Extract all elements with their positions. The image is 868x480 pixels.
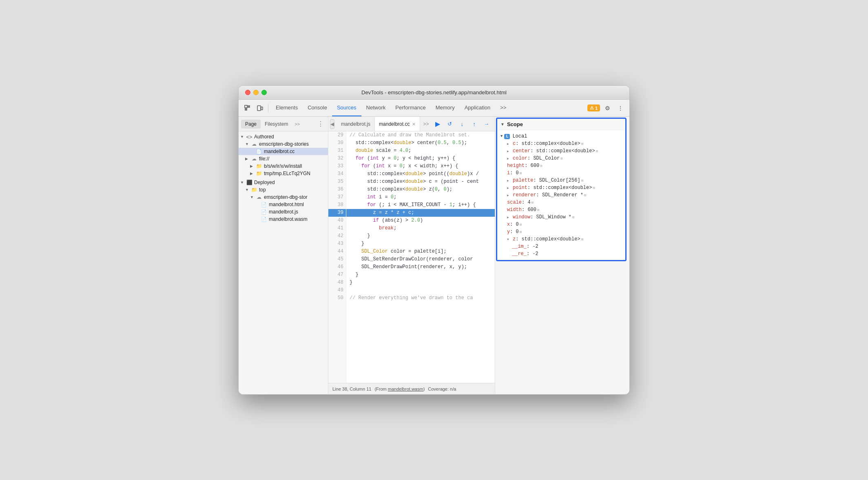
scope-val-y: : 0 <box>510 229 519 235</box>
file-html-icon: 📄 <box>261 202 267 207</box>
tab-memory[interactable]: Memory <box>431 100 460 116</box>
code-line-45: SDL_SetRenderDrawColor(renderer, color <box>346 256 495 263</box>
code-line-44: SDL_Color color = palette[i]; <box>346 248 495 256</box>
code-container: 29 30 31 32 33 34 35 36 37 38 39 40 41 4… <box>328 131 495 383</box>
sidebar-item-mandelbrot-js[interactable]: ▶ 📄 mandelbrot.js <box>239 208 328 216</box>
tab-sources[interactable]: Sources <box>332 100 361 116</box>
warning-badge[interactable]: ⚠ 1 <box>587 104 600 111</box>
sidebar-item-authored[interactable]: ▼ <> Authored <box>239 133 328 140</box>
sidebar-tab-dots[interactable]: ⋮ <box>316 118 326 129</box>
sidebar-item-mandelbrot-html[interactable]: ▶ 📄 mandelbrot.html <box>239 201 328 208</box>
tab-elements[interactable]: Elements <box>271 100 303 116</box>
editor-tab-js-label: mandelbrot.js <box>341 121 370 127</box>
scope-collapse-arrow[interactable]: ▼ <box>500 122 505 127</box>
grid-color-icon: ⊞ <box>560 156 562 161</box>
status-from-file[interactable]: mandelbrot.wasm <box>388 387 423 391</box>
editor-tab-js[interactable]: mandelbrot.js <box>337 117 375 131</box>
scope-key-point: point <box>513 185 527 191</box>
mandelbrot-js-label: mandelbrot.js <box>269 209 298 215</box>
editor-tab-cc[interactable]: mandelbrot.cc × <box>375 117 420 131</box>
warning-icon: ⚠ <box>590 105 594 111</box>
tab-console[interactable]: Console <box>303 100 332 116</box>
expand-window-icon: ▶ <box>507 216 511 219</box>
scope-item-renderer[interactable]: ▶ renderer : SDL_Renderer * ⊞ <box>497 191 625 199</box>
folder-tmp-icon: 📁 <box>256 171 262 176</box>
more-options-button[interactable]: ⋮ <box>615 102 626 114</box>
mandelbrot-wasm-label: mandelbrot.wasm <box>269 216 308 222</box>
status-coverage: Coverage: n/a <box>428 387 456 391</box>
scope-item-point[interactable]: ▶ point : std::complex<double> ⊞ <box>497 184 625 191</box>
grid-x-icon: ⊞ <box>520 222 522 227</box>
expand-z-icon: ▼ <box>507 238 511 241</box>
sidebar-item-emscripten-cloud[interactable]: ▼ ☁ emscripten-dbg-stories <box>239 140 328 148</box>
scope-val-x: : 0 <box>510 222 519 227</box>
code-line-30: std::complex<double> center(0.5, 0.5); <box>346 139 495 147</box>
status-bar: Line 38, Column 11 (From mandelbrot.wasm… <box>328 383 495 394</box>
scope-item-color[interactable]: ▶ color : SDL_Color ⊞ <box>497 155 625 162</box>
editor-tab-more[interactable]: >> <box>420 121 432 127</box>
ln-40: 40 <box>328 217 346 224</box>
tab-application[interactable]: Application <box>460 100 496 116</box>
devtools-window: DevTools - emscripten-dbg-stories.netlif… <box>238 85 630 395</box>
sidebar-item-tmp-folder[interactable]: ▶ 📁 tmp/tmp.ELcTq2YGN <box>239 170 328 177</box>
scope-item-center[interactable]: ▶ center : std::complex<double> ⊞ <box>497 147 625 155</box>
close-button[interactable] <box>245 90 250 95</box>
scope-item-palette[interactable]: ▶ palette : SDL_Color[256] ⊞ <box>497 177 625 184</box>
tree-arrow-file: ▶ <box>245 157 250 161</box>
code-line-35: std::complex<double> c = (point - cent <box>346 178 495 186</box>
grid-renderer-icon: ⊞ <box>584 193 586 198</box>
sidebar-tab-more[interactable]: >> <box>292 120 302 128</box>
sidebar-tab-filesystem[interactable]: Filesystem <box>261 120 292 129</box>
scope-local-arrow: ▼ <box>500 134 503 138</box>
grid-scale-icon: ⊞ <box>531 200 534 205</box>
scope-item-c[interactable]: ▶ c : std::complex<double> ⊞ <box>497 140 625 147</box>
b-folder-label: b/s/w/ir/x/w/install <box>264 163 302 169</box>
step-button[interactable]: → <box>481 119 492 129</box>
sidebar-item-file-proto[interactable]: ▶ ☁ file:// <box>239 155 328 162</box>
sidebar-item-mandelbrot-cc[interactable]: ▶ 📄 mandelbrot.cc <box>239 148 328 155</box>
ln-32: 32 <box>328 155 346 162</box>
step-over-button[interactable]: ↺ <box>445 119 455 129</box>
scope-val-i: : 0 <box>510 170 519 176</box>
step-into-button[interactable]: ↓ <box>457 119 467 129</box>
grid-palette-icon: ⊞ <box>581 178 583 183</box>
tab-more[interactable]: >> <box>495 100 511 116</box>
settings-button[interactable]: ⚙ <box>602 102 613 114</box>
toolbar-separator <box>268 104 268 112</box>
tmp-folder-label: tmp/tmp.ELcTq2YGN <box>264 171 310 176</box>
file-wasm-icon: 📄 <box>261 216 267 222</box>
scope-item-scale: scale : 4 ⊞ <box>497 199 625 206</box>
inspect-element-button[interactable] <box>242 102 253 114</box>
scope-item-window[interactable]: ▶ window : SDL_Window * ⊞ <box>497 213 625 221</box>
box-icon: ⬛ <box>246 180 252 185</box>
sidebar-collapse-button[interactable]: ◀ <box>330 119 334 129</box>
emscripten-cloud-label: emscripten-dbg-stories <box>259 141 309 147</box>
scope-local-header[interactable]: ▼ L Local <box>497 133 625 140</box>
sidebar-item-mandelbrot-wasm[interactable]: ▶ 📄 mandelbrot.wasm <box>239 216 328 223</box>
expand-color-icon: ▶ <box>507 157 511 160</box>
minimize-button[interactable] <box>253 90 259 95</box>
scope-panel: ▼ Scope ▼ L Local ▶ <box>496 118 627 261</box>
sidebar-item-deployed[interactable]: ▼ ⬛ Deployed <box>239 179 328 186</box>
tab-performance[interactable]: Performance <box>390 100 430 116</box>
scope-item-x: x : 0 ⊞ <box>497 221 625 228</box>
resume-button[interactable]: ▶ <box>432 119 443 129</box>
scope-subkey-im: __im_ <box>512 244 527 249</box>
file-js-icon: 📄 <box>261 209 267 215</box>
device-toolbar-button[interactable] <box>254 102 266 114</box>
step-out-button[interactable]: ↑ <box>469 119 480 129</box>
sidebar-item-b-folder[interactable]: ▶ 📁 b/s/w/ir/x/w/install <box>239 162 328 170</box>
scope-item-z[interactable]: ▼ z : std::complex<double> ⊞ <box>497 236 625 243</box>
editor-tab-close[interactable]: × <box>412 121 415 127</box>
main-area: Page Filesystem >> ⋮ ▼ <> Authored ▼ ☁ e… <box>239 117 629 394</box>
sidebar-item-emscripten-deployed[interactable]: ▼ ☁ emscripten-dbg-stor <box>239 193 328 201</box>
scope-val-point: : std::complex<double> <box>527 185 592 191</box>
maximize-button[interactable] <box>261 90 267 95</box>
sidebar-tab-page[interactable]: Page <box>241 120 261 129</box>
line-numbers: 29 30 31 32 33 34 35 36 37 38 39 40 41 4… <box>328 131 346 383</box>
scope-key-i: i <box>507 170 510 176</box>
sidebar-item-top[interactable]: ▼ 📁 top <box>239 186 328 193</box>
editor-tabs: ◀ mandelbrot.js mandelbrot.cc × >> ▶ ↺ ↓… <box>328 117 495 131</box>
code-line-36: std::complex<double> z(0, 0); <box>346 186 495 193</box>
tab-network[interactable]: Network <box>361 100 391 116</box>
